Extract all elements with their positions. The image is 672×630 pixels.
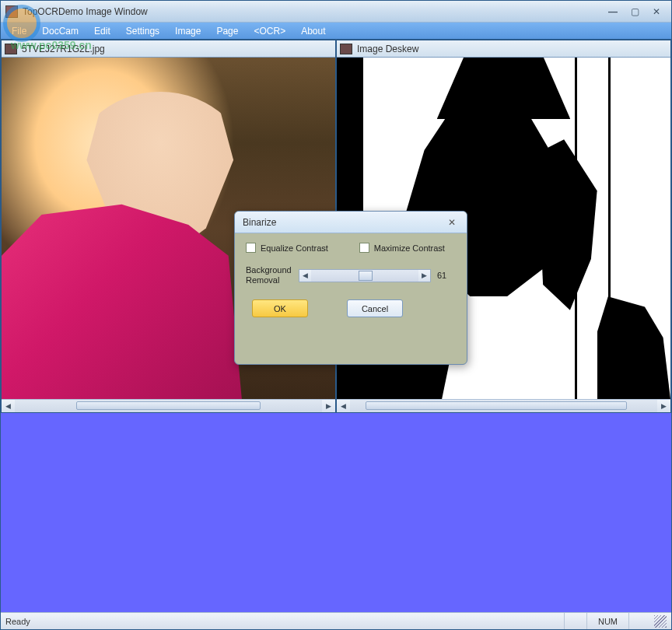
camera-icon (340, 44, 352, 54)
background-removal-slider[interactable]: ◀ ▶ (299, 269, 431, 282)
dialog-titlebar[interactable]: Binarize ✕ (235, 212, 467, 233)
menu-edit[interactable]: Edit (86, 26, 118, 37)
menu-settings[interactable]: Settings (118, 26, 167, 37)
scroll-track[interactable] (350, 400, 657, 412)
resize-grip-icon[interactable] (654, 615, 667, 628)
menu-about[interactable]: About (293, 26, 333, 37)
menu-doccam[interactable]: DocCam (34, 26, 86, 37)
background-removal-value: 61 (437, 271, 456, 280)
ok-button[interactable]: OK (252, 299, 308, 317)
checkbox-icon (246, 243, 256, 253)
scroll-left-icon[interactable]: ◀ (337, 400, 350, 413)
close-button[interactable] (646, 5, 667, 19)
minimize-button[interactable] (603, 5, 623, 19)
scroll-track[interactable] (15, 400, 322, 412)
status-ready: Ready (5, 617, 30, 626)
menu-image[interactable]: Image (167, 26, 208, 37)
scroll-right-icon[interactable]: ▶ (657, 400, 670, 413)
right-horizontal-scrollbar[interactable]: ◀ ▶ (337, 399, 670, 412)
slider-track[interactable] (311, 270, 418, 282)
cancel-button[interactable]: Cancel (347, 299, 403, 317)
menu-ocr[interactable]: <OCR> (246, 26, 293, 37)
left-pane-header: 5TVEJ27R1G2L.jpg (2, 40, 335, 58)
maximize-button[interactable] (625, 5, 645, 19)
right-pane-title: Image Deskew (357, 44, 418, 54)
dialog-title: Binarize (243, 217, 276, 228)
left-pane-filename: 5TVEJ27R1G2L.jpg (22, 44, 105, 54)
scroll-thumb[interactable] (76, 401, 261, 410)
menubar: File DocCam Edit Settings Image Page <OC… (1, 23, 671, 40)
menu-page[interactable]: Page (208, 26, 246, 37)
camera-icon (5, 44, 17, 54)
scroll-left-icon[interactable]: ◀ (2, 400, 15, 413)
lower-panel (1, 413, 671, 612)
menu-file[interactable]: File (4, 26, 34, 37)
maximize-contrast-label: Maximize Contrast (374, 243, 445, 253)
status-num: NUM (586, 613, 628, 629)
statusbar: Ready NUM (1, 612, 671, 629)
left-horizontal-scrollbar[interactable]: ◀ ▶ (2, 399, 335, 412)
right-pane-header: Image Deskew (337, 40, 670, 58)
slider-thumb[interactable] (359, 271, 373, 281)
app-icon (5, 5, 18, 18)
slider-decrement-icon[interactable]: ◀ (299, 270, 311, 282)
equalize-contrast-checkbox[interactable]: Equalize Contrast (246, 243, 328, 253)
equalize-contrast-label: Equalize Contrast (261, 243, 328, 253)
dialog-close-button[interactable]: ✕ (445, 215, 459, 229)
status-cell-empty (564, 613, 586, 629)
dialog-body: Equalize Contrast Maximize Contrast Back… (235, 233, 467, 325)
background-removal-label: Background Removal (246, 265, 292, 285)
window-title: TopOCRDemo Image Window (23, 6, 601, 17)
scroll-thumb[interactable] (366, 401, 627, 410)
status-cell-empty (628, 613, 651, 629)
scroll-right-icon[interactable]: ▶ (322, 400, 335, 413)
slider-increment-icon[interactable]: ▶ (418, 270, 430, 282)
checkbox-icon (359, 243, 369, 253)
binarize-dialog: Binarize ✕ Equalize Contrast Maximize Co… (234, 211, 467, 365)
titlebar: TopOCRDemo Image Window (1, 1, 671, 23)
maximize-contrast-checkbox[interactable]: Maximize Contrast (359, 243, 445, 253)
